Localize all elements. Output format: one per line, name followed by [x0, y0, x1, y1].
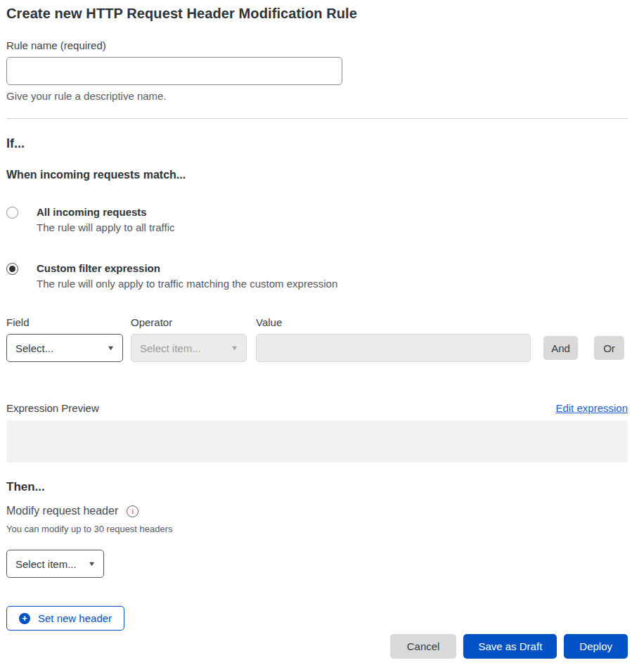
- operator-column: Operator Select item... ▼: [131, 316, 247, 362]
- chevron-down-icon: ▼: [88, 561, 96, 567]
- and-button[interactable]: And: [543, 336, 578, 360]
- or-button[interactable]: Or: [594, 336, 624, 360]
- edit-expression-link[interactable]: Edit expression: [555, 402, 628, 414]
- radio-button-custom-filter[interactable]: [6, 263, 18, 275]
- header-item-select-value: Select item...: [15, 558, 77, 570]
- radio-texts: Custom filter expression The rule will o…: [37, 262, 337, 290]
- field-select[interactable]: Select... ▼: [6, 334, 123, 362]
- rule-name-section: Rule name (required) Give your rule a de…: [6, 39, 628, 102]
- expression-preview-label: Expression Preview: [6, 402, 99, 414]
- then-heading: Then...: [6, 480, 628, 494]
- radio-desc-all-requests: The rule will apply to all traffic: [37, 221, 174, 233]
- modify-header-helper: You can modify up to 30 request headers: [6, 524, 628, 534]
- info-icon[interactable]: i: [127, 505, 138, 517]
- modify-header-label: Modify request header: [6, 505, 118, 517]
- radio-option-custom-filter[interactable]: Custom filter expression The rule will o…: [6, 262, 628, 290]
- modify-header-row: Modify request header i: [6, 505, 628, 517]
- section-divider: [6, 118, 628, 119]
- field-select-value: Select...: [15, 342, 53, 354]
- radio-texts: All incoming requests The rule will appl…: [37, 206, 174, 233]
- chevron-down-icon: ▼: [231, 345, 239, 351]
- page-title: Create new HTTP Request Header Modificat…: [6, 6, 628, 22]
- match-subheading: When incoming requests match...: [6, 169, 628, 181]
- rule-name-label: Rule name (required): [6, 39, 628, 51]
- rule-editor-page: Create new HTTP Request Header Modificat…: [0, 0, 632, 659]
- field-column: Field Select... ▼: [6, 316, 123, 362]
- footer-actions: Cancel Save as Draft Deploy: [6, 634, 628, 659]
- save-as-draft-button[interactable]: Save as Draft: [463, 634, 557, 659]
- set-new-header-button[interactable]: + Set new header: [6, 606, 124, 631]
- radio-label-custom-filter[interactable]: Custom filter expression: [37, 262, 337, 274]
- if-heading: If...: [6, 136, 628, 151]
- set-new-header-label: Set new header: [38, 612, 112, 624]
- header-item-select[interactable]: Select item... ▼: [6, 550, 104, 578]
- operator-select-value: Select item...: [140, 342, 201, 354]
- value-label: Value: [256, 316, 531, 328]
- radio-label-all-requests[interactable]: All incoming requests: [37, 206, 174, 218]
- operator-label: Operator: [131, 316, 247, 328]
- rule-name-input[interactable]: [6, 57, 342, 85]
- deploy-button[interactable]: Deploy: [564, 634, 628, 659]
- plus-circle-icon: +: [19, 613, 30, 624]
- expression-builder-row: Field Select... ▼ Operator Select item..…: [6, 316, 628, 362]
- value-input[interactable]: [256, 334, 531, 362]
- chevron-down-icon: ▼: [107, 345, 115, 351]
- cancel-button[interactable]: Cancel: [390, 634, 457, 659]
- expression-preview-header: Expression Preview Edit expression: [6, 402, 628, 414]
- radio-desc-custom-filter: The rule will only apply to traffic matc…: [37, 278, 337, 290]
- field-label: Field: [6, 316, 123, 328]
- rule-name-helper: Give your rule a descriptive name.: [6, 90, 628, 102]
- expression-preview-box: [6, 420, 628, 463]
- radio-button-all-requests[interactable]: [6, 207, 18, 219]
- value-column: Value: [256, 316, 531, 362]
- operator-select[interactable]: Select item... ▼: [131, 334, 247, 362]
- radio-option-all-requests[interactable]: All incoming requests The rule will appl…: [6, 206, 628, 233]
